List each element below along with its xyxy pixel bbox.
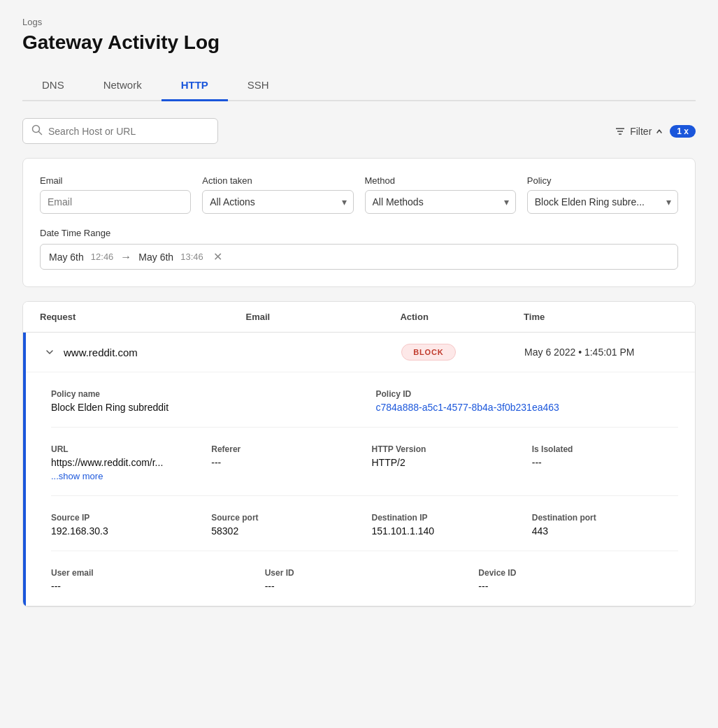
referer-label: Referer	[211, 444, 357, 454]
is-isolated-value: ---	[532, 457, 678, 468]
tab-ssh[interactable]: SSH	[228, 71, 289, 101]
user-email-label: User email	[51, 568, 251, 578]
policy-name-label: Policy name	[51, 389, 354, 399]
row-action: BLOCK	[401, 344, 524, 361]
http-version-label: HTTP Version	[372, 444, 518, 454]
table-row: www.reddit.com BLOCK May 6 2022 • 1:45:0…	[23, 333, 695, 606]
detail-network-grid: Source IP 192.168.30.3 Source port 58302…	[51, 496, 678, 551]
detail-destination-ip: Destination IP 151.101.1.140	[372, 513, 518, 537]
date-time-range: Date Time Range May 6th 12:46 → May 6th …	[40, 228, 678, 270]
time-from: 12:46	[91, 252, 114, 262]
header-request: Request	[40, 312, 246, 322]
detail-policy-grid: Policy name Block Elden Ring subreddit P…	[51, 372, 678, 428]
policy-label: Policy	[527, 175, 678, 186]
policy-select-wrapper: Block Elden Ring subre... ▾	[527, 190, 678, 214]
action-select[interactable]: All Actions Block Allow	[202, 190, 353, 214]
email-label: Email	[40, 175, 191, 186]
filter-method-field: Method All Methods GET POST PUT DELETE ▾	[365, 175, 516, 214]
user-email-value: ---	[51, 581, 251, 592]
tab-network[interactable]: Network	[84, 71, 161, 101]
policy-id-label: Policy ID	[376, 389, 679, 399]
filter-policy-field: Policy Block Elden Ring subre... ▾	[527, 175, 678, 214]
date-range-pill[interactable]: May 6th 12:46 → May 6th 13:46 ✕	[40, 244, 678, 270]
detail-policy-name: Policy name Block Elden Ring subreddit	[51, 389, 354, 413]
destination-ip-label: Destination IP	[372, 513, 518, 523]
detail-url-grid: URL https://www.reddit.com/r... ...show …	[51, 428, 678, 496]
detail-source-port: Source port 58302	[211, 513, 357, 537]
filter-badge[interactable]: 1 x	[670, 125, 696, 138]
policy-select[interactable]: Block Elden Ring subre...	[527, 190, 678, 214]
filter-controls: Filter 1 x	[615, 125, 696, 138]
url-value: https://www.reddit.com/r...	[51, 457, 197, 468]
detail-source-ip: Source IP 192.168.30.3	[51, 513, 197, 537]
source-ip-label: Source IP	[51, 513, 197, 523]
filter-panel: Email Action taken All Actions Block All…	[22, 158, 696, 287]
detail-user-grid: User email --- User ID --- Device ID ---	[51, 551, 678, 606]
svg-line-1	[39, 132, 42, 135]
source-ip-value: 192.168.30.3	[51, 525, 197, 537]
arrow-icon: →	[120, 251, 131, 263]
time-to: 13:46	[180, 252, 203, 262]
http-version-value: HTTP/2	[372, 457, 518, 468]
row-request: www.reddit.com	[43, 345, 247, 359]
search-icon	[31, 124, 43, 138]
user-id-value: ---	[265, 581, 465, 592]
action-label: Action taken	[202, 175, 353, 186]
search-box[interactable]	[22, 118, 218, 144]
search-input[interactable]	[48, 126, 209, 137]
breadcrumb: Logs	[22, 17, 696, 27]
block-badge: BLOCK	[401, 344, 456, 361]
page-title: Gateway Activity Log	[22, 31, 696, 54]
tab-http[interactable]: HTTP	[161, 71, 228, 101]
source-port-value: 58302	[211, 525, 357, 537]
filter-action-field: Action taken All Actions Block Allow ▾	[202, 175, 353, 214]
filter-fields-row: Email Action taken All Actions Block All…	[40, 175, 678, 214]
referer-value: ---	[211, 457, 357, 468]
detail-is-isolated: Is Isolated ---	[532, 444, 678, 481]
email-input[interactable]	[40, 190, 191, 214]
policy-name-value: Block Elden Ring subreddit	[51, 402, 354, 413]
table-header: Request Email Action Time	[23, 302, 695, 333]
source-port-label: Source port	[211, 513, 357, 523]
row-time: May 6 2022 • 1:45:01 PM	[524, 347, 678, 358]
action-select-wrapper: All Actions Block Allow ▾	[202, 190, 353, 214]
header-time: Time	[524, 312, 678, 322]
policy-id-link[interactable]: c784a888-a5c1-4577-8b4a-3f0b231ea463	[376, 402, 679, 413]
filter-email-field: Email	[40, 175, 191, 214]
date-to: May 6th	[138, 252, 173, 263]
tab-dns[interactable]: DNS	[22, 71, 84, 101]
header-email: Email	[246, 312, 401, 322]
detail-url: URL https://www.reddit.com/r... ...show …	[51, 444, 197, 481]
chevron-up-icon	[656, 128, 663, 135]
detail-destination-port: Destination port 443	[532, 513, 678, 537]
detail-policy-id: Policy ID c784a888-a5c1-4577-8b4a-3f0b23…	[376, 389, 679, 413]
method-select[interactable]: All Methods GET POST PUT DELETE	[365, 190, 516, 214]
detail-user-email: User email ---	[51, 568, 251, 592]
request-host: www.reddit.com	[64, 347, 138, 358]
device-id-value: ---	[478, 581, 678, 592]
detail-user-id: User ID ---	[265, 568, 465, 592]
detail-http-version: HTTP Version HTTP/2	[372, 444, 518, 481]
tabs-bar: DNS Network HTTP SSH	[22, 71, 696, 101]
method-label: Method	[365, 175, 516, 186]
activity-table: Request Email Action Time www.reddit.com	[22, 301, 696, 607]
destination-port-label: Destination port	[532, 513, 678, 523]
destination-ip-value: 151.101.1.140	[372, 525, 518, 537]
table-row-main[interactable]: www.reddit.com BLOCK May 6 2022 • 1:45:0…	[26, 333, 695, 372]
header-action: Action	[400, 312, 524, 322]
chevron-down-icon	[44, 347, 55, 358]
expand-row-button[interactable]	[43, 345, 57, 359]
detail-section: Policy name Block Elden Ring subreddit P…	[26, 372, 695, 606]
filter-icon	[615, 126, 626, 137]
search-filter-row: Filter 1 x	[22, 118, 696, 144]
method-select-wrapper: All Methods GET POST PUT DELETE ▾	[365, 190, 516, 214]
show-more-link[interactable]: ...show more	[51, 471, 197, 481]
device-id-label: Device ID	[478, 568, 678, 578]
detail-referer: Referer ---	[211, 444, 357, 481]
close-date-range-button[interactable]: ✕	[213, 250, 222, 263]
destination-port-value: 443	[532, 525, 678, 537]
url-label: URL	[51, 444, 197, 454]
filter-button[interactable]: Filter	[615, 126, 663, 137]
filter-label: Filter	[630, 126, 652, 137]
detail-device-id: Device ID ---	[478, 568, 678, 592]
